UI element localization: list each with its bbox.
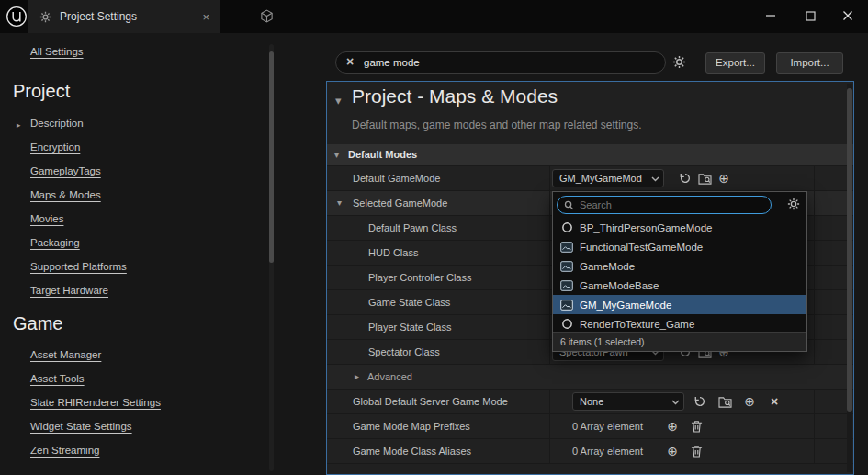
clear-search-icon[interactable]: ×: [346, 54, 354, 69]
array-element-count: 0 Array element: [572, 439, 643, 463]
search-input[interactable]: [364, 54, 648, 71]
row-label: HUD Class: [368, 247, 418, 258]
blueprint-class-icon: [560, 318, 573, 330]
add-icon[interactable]: ⊕: [716, 171, 731, 186]
sidebar-item-slate-rhirenderer-settings[interactable]: Slate RHIRenderer Settings: [30, 397, 161, 408]
maximize-button[interactable]: [795, 0, 825, 31]
row-label: Game Mode Class Aliases: [353, 446, 471, 457]
default-gamemode-combo[interactable]: GM_MyGameMod: [552, 169, 664, 187]
global-server-gamemode-combo[interactable]: None: [572, 392, 684, 411]
search-icon: [564, 200, 574, 210]
popup-options-gear-icon[interactable]: [787, 198, 800, 210]
import-button[interactable]: Import...: [776, 52, 843, 74]
cpp-class-icon: [560, 242, 573, 253]
row-label: Selected GameMode: [353, 198, 447, 209]
clear-value-icon[interactable]: ×: [767, 394, 782, 409]
settings-gear-icon: [39, 11, 51, 23]
list-item-label: GameMode: [580, 261, 635, 272]
row-label: Default GameMode: [353, 173, 440, 184]
gamemode-picker-popup: BP_ThirdPersonGameMode FunctionalTestGam…: [552, 191, 807, 352]
collapse-arrow-icon[interactable]: ▾: [334, 144, 339, 166]
array-element-count: 0 Array element: [572, 414, 643, 438]
sidebar-item-movies[interactable]: Movies: [30, 213, 63, 224]
settings-search-box[interactable]: ×: [335, 51, 666, 74]
sidebar-item-packaging[interactable]: Packaging: [30, 237, 80, 248]
list-item[interactable]: GameModeBase: [553, 276, 806, 295]
list-item[interactable]: FunctionalTestGameMode: [553, 237, 806, 256]
sidebar-scrollbar[interactable]: [269, 44, 274, 471]
sidebar-item-supported-platforms[interactable]: Supported Platforms: [30, 261, 127, 272]
sidebar-item-target-hardware[interactable]: Target Hardware: [30, 285, 108, 296]
tab-project-settings[interactable]: Project Settings ×: [28, 0, 220, 33]
expand-arrow-icon[interactable]: ▸: [17, 120, 21, 130]
row-label: Spectator Class: [368, 346, 440, 357]
panel-scrollbar[interactable]: [847, 84, 852, 472]
project-settings-window: Project Settings × All Settings Project …: [0, 0, 868, 475]
row-advanced[interactable]: ▸ Advanced: [327, 365, 853, 390]
add-icon[interactable]: ⊕: [742, 394, 757, 409]
list-item-selected[interactable]: GM_MyGameMode: [553, 295, 806, 314]
popup-status-bar: 6 items (1 selected): [553, 332, 806, 351]
maps-and-modes-panel: ▾ Project - Maps & Modes Default maps, g…: [326, 81, 854, 475]
cpp-class-icon: [560, 261, 573, 272]
chevron-down-icon: [671, 400, 680, 405]
minimize-button[interactable]: [756, 0, 785, 31]
sidebar-item-encryption[interactable]: Encryption: [30, 141, 80, 153]
tab-close-icon[interactable]: ×: [202, 10, 209, 24]
sidebar-scrollbar-thumb[interactable]: [269, 51, 274, 263]
sidebar-section-game: Game: [13, 313, 62, 334]
list-item-label: GM_MyGameMode: [580, 300, 671, 311]
list-item-label: FunctionalTestGameMode: [580, 242, 703, 253]
cpp-class-icon: [560, 300, 573, 311]
collapse-arrow-icon[interactable]: ▾: [335, 94, 342, 107]
row-game-mode-class-aliases: Game Mode Class Aliases 0 Array element …: [327, 439, 853, 464]
sidebar-item-zen-streaming[interactable]: Zen Streaming: [30, 445, 99, 456]
use-selected-asset-icon[interactable]: [693, 394, 707, 409]
sidebar-item-asset-tools[interactable]: Asset Tools: [30, 373, 85, 384]
panel-scrollbar-thumb[interactable]: [847, 88, 852, 412]
add-element-icon[interactable]: ⊕: [665, 444, 680, 458]
row-game-mode-map-prefixes: Game Mode Map Prefixes 0 Array element ⊕: [327, 414, 853, 439]
popup-search-box[interactable]: [557, 196, 772, 214]
panel-header: ▾ Project - Maps & Modes Default maps, g…: [327, 82, 853, 144]
sidebar-item-all-settings[interactable]: All Settings: [30, 46, 84, 57]
sidebar-item-gameplaytags[interactable]: GameplayTags: [30, 165, 101, 176]
section-default-modes[interactable]: ▾ Default Modes: [327, 144, 853, 166]
combo-value: None: [580, 393, 669, 410]
row-default-gamemode: Default GameMode GM_MyGameMod ⊕: [327, 166, 853, 191]
sidebar-item-widget-state-settings[interactable]: Widget State Settings: [30, 421, 132, 432]
export-button[interactable]: Export...: [705, 52, 765, 74]
popup-search-input[interactable]: [580, 198, 763, 212]
list-item[interactable]: BP_ThirdPersonGameMode: [553, 218, 806, 237]
row-label: Player Controller Class: [368, 272, 471, 283]
delete-elements-icon[interactable]: [689, 419, 704, 434]
sidebar-item-asset-manager[interactable]: Asset Manager: [30, 349, 101, 360]
cpp-class-icon: [560, 280, 573, 291]
chevron-down-icon: [651, 176, 659, 182]
close-button[interactable]: [833, 0, 862, 31]
row-global-default-server-game-mode: Global Default Server Game Mode None ⊕ ×: [327, 390, 853, 414]
blueprint-class-icon: [560, 221, 573, 233]
sidebar-item-description[interactable]: Description: [30, 118, 84, 129]
gamemode-list: BP_ThirdPersonGameMode FunctionalTestGam…: [553, 218, 806, 334]
list-item-label: BP_ThirdPersonGameMode: [580, 222, 712, 233]
row-label: Default Pawn Class: [368, 222, 457, 233]
use-selected-asset-icon[interactable]: [678, 171, 693, 186]
browse-asset-icon[interactable]: [717, 394, 732, 409]
combo-value: GM_MyGameMod: [559, 170, 648, 187]
row-label: Player State Class: [368, 322, 451, 333]
browse-asset-icon[interactable]: [697, 171, 712, 186]
list-item[interactable]: GameMode: [553, 256, 806, 276]
delete-elements-icon[interactable]: [689, 444, 704, 458]
collapse-arrow-icon[interactable]: ▾: [337, 191, 342, 215]
list-item[interactable]: RenderToTexture_Game: [553, 314, 806, 334]
row-label: Game Mode Map Prefixes: [353, 421, 470, 432]
row-label: Global Default Server Game Mode: [353, 396, 508, 407]
list-item-label: RenderToTexture_Game: [580, 319, 694, 330]
sidebar-item-maps-and-modes[interactable]: Maps & Modes: [30, 189, 101, 200]
add-element-icon[interactable]: ⊕: [665, 419, 680, 434]
titlebar: Project Settings ×: [0, 0, 868, 33]
asset-cube-icon[interactable]: [260, 9, 274, 23]
collapse-arrow-icon[interactable]: ▸: [355, 365, 359, 389]
settings-options-gear-icon[interactable]: [672, 55, 686, 69]
